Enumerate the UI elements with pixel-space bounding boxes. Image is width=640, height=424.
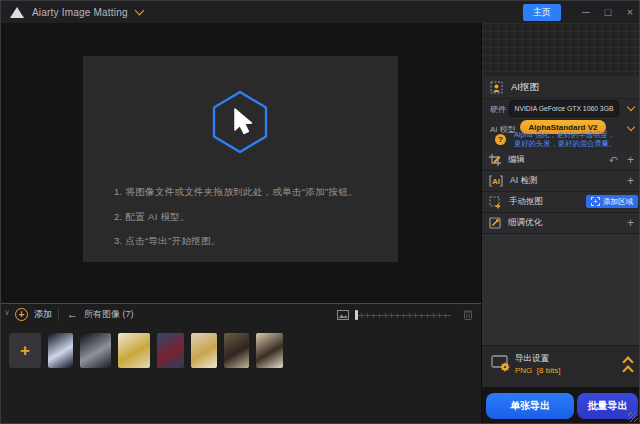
ai-matting-icon <box>490 81 503 94</box>
thumbnail-size-slider[interactable] <box>355 310 451 320</box>
slider-track <box>355 315 451 316</box>
app-menu-chevron-icon[interactable] <box>134 6 144 16</box>
instruction-line: 1. 将图像文件或文件夹拖放到此处，或单击“添加”按钮。 <box>114 187 358 197</box>
hardware-label: 硬件 <box>490 104 506 115</box>
manual-matting-icon <box>489 196 502 209</box>
collapse-panel-icon[interactable]: ∨ <box>4 309 10 317</box>
instruction-line: 3. 点击“导出”开始抠图。 <box>114 236 358 246</box>
thumbnail[interactable] <box>157 333 184 368</box>
section-ai-detect[interactable]: AI AI 检测 + <box>482 171 640 192</box>
thumbnail[interactable] <box>48 333 73 368</box>
section-label: 细调优化 <box>508 217 542 229</box>
all-images-label: 所有图像 (7) <box>84 308 134 321</box>
drop-zone[interactable]: 1. 将图像文件或文件夹拖放到此处，或单击“添加”按钮。 2. 配置 AI 模型… <box>83 56 398 262</box>
home-button[interactable]: 主页 <box>523 4 561 21</box>
collapse-up-icon[interactable] <box>624 358 632 375</box>
thumbnail[interactable] <box>191 333 217 368</box>
minimize-button[interactable]: ─ <box>575 1 597 23</box>
thumbnail[interactable] <box>224 333 249 368</box>
dashed-plus-icon: + <box>591 197 600 206</box>
slider-thumb[interactable] <box>355 310 358 320</box>
canvas-area: 1. 将图像文件或文件夹拖放到此处，或单击“添加”按钮。 2. 配置 AI 模型… <box>1 23 481 303</box>
section-label: 手动抠图 <box>509 196 543 208</box>
add-image-tile[interactable]: + <box>9 333 41 368</box>
plus-circle-icon: + <box>15 308 28 321</box>
drop-instructions: 1. 将图像文件或文件夹拖放到此处，或单击“添加”按钮。 2. 配置 AI 模型… <box>114 187 358 261</box>
app-logo-icon <box>10 7 24 18</box>
toolbar-divider <box>58 308 59 321</box>
app-window: Aiarty Image Matting 主页 ─ □ × 1. 将图像文件或文… <box>0 0 640 424</box>
section-label: 编辑 <box>508 154 525 166</box>
resize-grip[interactable] <box>628 412 638 422</box>
thumbnail-strip: + <box>9 333 283 368</box>
close-button[interactable]: × <box>619 1 640 23</box>
titlebar: Aiarty Image Matting 主页 ─ □ × <box>1 1 640 23</box>
edit-crop-icon <box>489 154 501 166</box>
transparency-grid-preview <box>482 23 640 76</box>
sidebar-empty-panel <box>482 234 640 345</box>
help-icon[interactable]: ? <box>495 134 506 145</box>
expand-plus-icon[interactable]: + <box>627 217 634 229</box>
add-label: 添加 <box>34 308 52 321</box>
add-region-label: 添加区域 <box>603 197 633 207</box>
back-arrow-icon: ← <box>67 309 78 320</box>
model-desc-line: Alpha 强化，更好的半透明度， <box>514 130 640 139</box>
add-images-button[interactable]: + 添加 <box>15 308 52 321</box>
ai-detect-icon: AI <box>489 175 503 187</box>
export-single-button[interactable]: 单张导出 <box>486 393 574 419</box>
maximize-button[interactable]: □ <box>597 1 619 23</box>
chevron-down-icon[interactable] <box>627 103 635 111</box>
svg-text:AI: AI <box>492 177 500 186</box>
filmstrip-panel: ∨ + 添加 ← 所有图像 (7) <box>1 303 481 424</box>
all-images-filter[interactable]: ← 所有图像 (7) <box>67 308 134 321</box>
export-settings[interactable]: 导出设置 PNG [8 bits] <box>482 345 640 388</box>
export-settings-icon <box>491 355 511 372</box>
hardware-select[interactable]: NVIDIA GeForce GTX 1060 3GB <box>509 100 619 117</box>
section-edit[interactable]: 编辑 ↶ + <box>482 150 640 171</box>
hardware-row: 硬件 NVIDIA GeForce GTX 1060 3GB <box>482 99 640 118</box>
section-ai-matting[interactable]: AI抠图 <box>482 76 640 99</box>
expand-plus-icon[interactable]: + <box>627 154 634 166</box>
thumbnail[interactable] <box>118 333 150 368</box>
ai-matting-title: AI抠图 <box>511 81 539 94</box>
app-title: Aiarty Image Matting <box>32 7 128 18</box>
filmstrip-toolbar: ∨ + 添加 ← 所有图像 (7) <box>1 307 481 325</box>
section-refine[interactable]: 细调优化 + <box>482 213 640 234</box>
expand-plus-icon[interactable]: + <box>627 175 634 187</box>
thumbnail[interactable] <box>256 333 283 368</box>
section-manual-matting[interactable]: 手动抠图 + 添加区域 <box>482 192 640 213</box>
thumbnail[interactable] <box>80 333 111 368</box>
cursor-hexagon-icon <box>210 89 270 159</box>
delete-icon[interactable] <box>463 309 473 320</box>
add-region-button[interactable]: + 添加区域 <box>586 195 638 208</box>
model-description: ? Alpha 强化，更好的半透明度， 更好的头发，更好的混合质量。 (SOTA… <box>482 130 640 152</box>
instruction-line: 2. 配置 AI 模型。 <box>114 212 358 222</box>
sidebar: AI抠图 硬件 NVIDIA GeForce GTX 1060 3GB AI 模… <box>481 23 640 424</box>
export-buttons-bar: 单张导出 批量导出 <box>482 387 640 424</box>
export-settings-title: 导出设置 <box>515 353 549 365</box>
export-format: PNG [8 bits] <box>515 366 560 375</box>
image-size-icon <box>337 310 349 320</box>
refine-icon <box>489 217 501 229</box>
undo-icon[interactable]: ↶ <box>609 155 618 166</box>
section-label: AI 检测 <box>510 175 537 187</box>
